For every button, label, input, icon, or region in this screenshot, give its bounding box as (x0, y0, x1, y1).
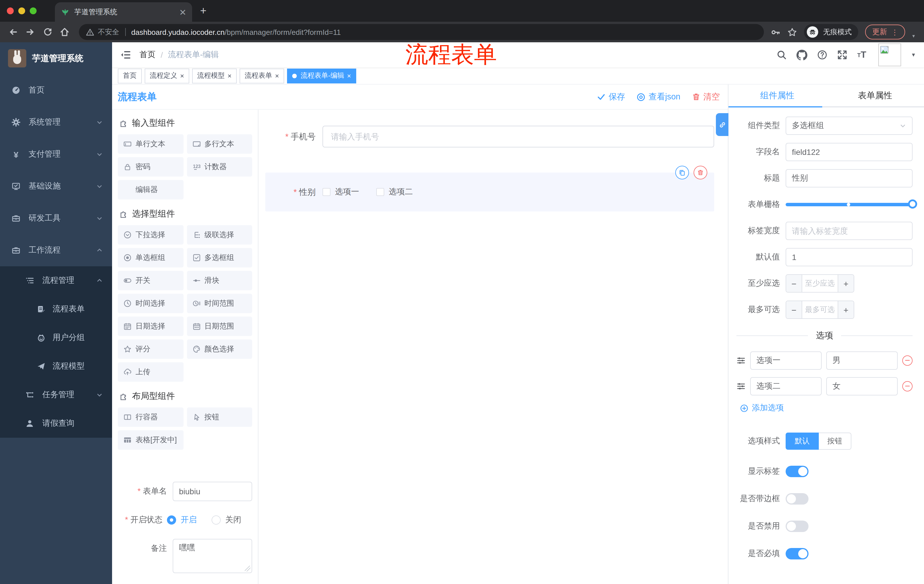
palette-item-date-picker[interactable]: 日期选择 (118, 317, 183, 336)
browser-menu-icon[interactable]: ⋮ (891, 28, 899, 36)
tag-process-form-edit[interactable]: 流程表单-编辑× (287, 68, 356, 83)
form-name-input[interactable] (173, 482, 252, 501)
palette-item-table[interactable]: 表格[开发中] (118, 430, 183, 450)
default-value-input[interactable] (785, 248, 912, 266)
view-json-button[interactable]: 查看json (637, 91, 680, 102)
add-option-button[interactable]: 添加选项 (740, 403, 912, 413)
avatar[interactable] (878, 43, 901, 66)
form-grid-slider[interactable] (785, 196, 912, 214)
tab-close-icon[interactable]: ✕ (179, 8, 186, 16)
tag-close-icon[interactable]: × (347, 72, 351, 80)
palette-item-rate[interactable]: 评分 (118, 339, 183, 359)
remove-option-button[interactable]: − (902, 355, 912, 366)
breadcrumb-home[interactable]: 首页 (140, 50, 155, 60)
browser-tab[interactable]: 芋道管理系统 ✕ (55, 2, 192, 22)
palette-item-editor[interactable]: 编辑器 (118, 180, 183, 199)
option2-label-input[interactable] (750, 377, 822, 395)
status-on-radio[interactable]: 开启 (167, 515, 197, 525)
tag-process-form[interactable]: 流程表单× (239, 68, 284, 83)
tag-close-icon[interactable]: × (180, 72, 184, 80)
option2-value-input[interactable] (826, 377, 898, 395)
remove-option-button[interactable]: − (902, 381, 912, 392)
palette-item-color-picker[interactable]: 颜色选择 (187, 339, 252, 359)
show-label-switch[interactable] (785, 466, 808, 477)
option2-checkbox[interactable]: 选项二 (376, 187, 413, 197)
link-icon[interactable] (716, 113, 728, 136)
save-button[interactable]: 保存 (597, 91, 625, 102)
tag-close-icon[interactable]: × (275, 72, 279, 80)
palette-item-cascader[interactable]: 级联选择 (187, 225, 252, 245)
min-select-value[interactable]: 至少应选 (802, 275, 838, 292)
palette-item-password[interactable]: 密码 (118, 157, 183, 176)
decrease-button[interactable]: − (786, 301, 802, 318)
drag-handle-icon[interactable] (736, 382, 746, 391)
update-button[interactable]: 更新 ⋮ (865, 25, 906, 39)
option1-value-input[interactable] (826, 351, 898, 370)
github-icon[interactable] (797, 49, 807, 60)
copy-component-button[interactable] (675, 166, 689, 179)
style-default-button[interactable]: 默认 (785, 433, 819, 450)
palette-item-slider[interactable]: 滑块 (187, 271, 252, 290)
palette-item-time-picker[interactable]: 时间选择 (118, 294, 183, 313)
new-tab-button[interactable]: + (200, 5, 206, 22)
palette-item-button[interactable]: 按钮 (187, 408, 252, 427)
not-secure-warning-icon[interactable] (86, 28, 94, 36)
sidebar-item-dev[interactable]: 研发工具 (0, 202, 112, 234)
palette-item-single-text[interactable]: 单行文本 (118, 134, 183, 154)
search-icon[interactable] (777, 50, 787, 60)
drag-handle-icon[interactable] (736, 356, 746, 365)
sidebar-item-workflow[interactable]: 工作流程 (0, 234, 112, 266)
home-icon[interactable] (57, 25, 72, 39)
clear-button[interactable]: 清空 (692, 91, 720, 102)
chrome-caret-icon[interactable]: ▾ (912, 33, 915, 39)
sidebar-item-home[interactable]: 首页 (0, 74, 112, 106)
sidebar-item-leave-query[interactable]: 请假查询 (0, 409, 112, 438)
palette-item-upload[interactable]: 上传 (118, 362, 183, 382)
tab-form-props[interactable]: 表单属性 (826, 85, 924, 106)
forward-icon[interactable] (23, 25, 38, 39)
phone-field-row[interactable]: 手机号 (265, 126, 714, 147)
sidebar-item-infra[interactable]: 基础设施 (0, 170, 112, 202)
palette-item-select[interactable]: 下拉选择 (118, 225, 183, 245)
close-window-button[interactable] (7, 7, 14, 14)
status-off-radio[interactable]: 关闭 (211, 515, 241, 525)
max-select-value[interactable]: 最多可选 (802, 301, 838, 318)
palette-item-radio-group[interactable]: 单选框组 (118, 248, 183, 267)
zoom-window-button[interactable] (30, 7, 36, 14)
component-type-select[interactable]: 多选框组 (785, 117, 912, 135)
sidebar-item-process-mgmt[interactable]: 流程管理 (0, 266, 112, 295)
back-icon[interactable] (6, 25, 21, 39)
slider-track[interactable] (785, 203, 912, 206)
title-input[interactable] (785, 169, 912, 188)
palette-item-textarea[interactable]: 多行文本 (187, 134, 252, 154)
style-button-button[interactable]: 按钮 (819, 433, 851, 450)
sidebar-logo-row[interactable]: 芋道管理系统 (0, 42, 112, 74)
slider-handle[interactable] (908, 199, 917, 209)
sidebar-item-process-model[interactable]: 流程模型 (0, 352, 112, 380)
label-width-input[interactable] (785, 222, 912, 240)
help-icon[interactable] (817, 50, 827, 60)
palette-item-counter[interactable]: 123 计数器 (187, 157, 252, 176)
tag-process-definition[interactable]: 流程定义× (145, 68, 189, 83)
tag-close-icon[interactable]: × (228, 72, 231, 80)
palette-item-checkbox-group[interactable]: 多选框组 (187, 248, 252, 267)
phone-input[interactable] (322, 126, 714, 147)
sidebar-item-process-form[interactable]: 流程表单 (0, 295, 112, 323)
sidebar-item-pay[interactable]: ¥ 支付管理 (0, 138, 112, 170)
palette-item-row-container[interactable]: 行容器 (118, 408, 183, 427)
decrease-button[interactable]: − (786, 275, 802, 292)
sidebar-item-task-mgmt[interactable]: 任务管理 (0, 380, 112, 409)
option1-checkbox[interactable]: 选项一 (322, 187, 359, 197)
increase-button[interactable]: + (838, 301, 854, 318)
palette-item-time-range[interactable]: 时间范围 (187, 294, 252, 313)
border-switch[interactable] (785, 493, 808, 505)
password-key-icon[interactable] (771, 27, 781, 37)
form-remark-textarea[interactable]: 嘿嘿 (173, 539, 252, 573)
required-switch[interactable] (785, 548, 808, 559)
tag-process-model[interactable]: 流程模型× (192, 68, 237, 83)
sidebar-item-system[interactable]: 系统管理 (0, 106, 112, 138)
form-canvas[interactable]: 手机号 (259, 110, 728, 584)
tag-home[interactable]: 首页 (118, 68, 142, 83)
minimize-window-button[interactable] (18, 7, 25, 14)
sidebar-item-user-group[interactable]: 用户分组 (0, 323, 112, 352)
